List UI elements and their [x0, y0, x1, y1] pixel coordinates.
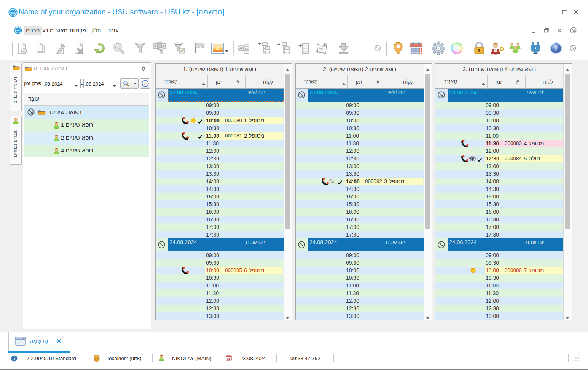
svg-text:usu: usu — [10, 11, 16, 14]
svg-text:31: 31 — [227, 357, 231, 360]
svg-text:usu: usu — [16, 29, 21, 32]
svg-text:i: i — [555, 45, 557, 52]
